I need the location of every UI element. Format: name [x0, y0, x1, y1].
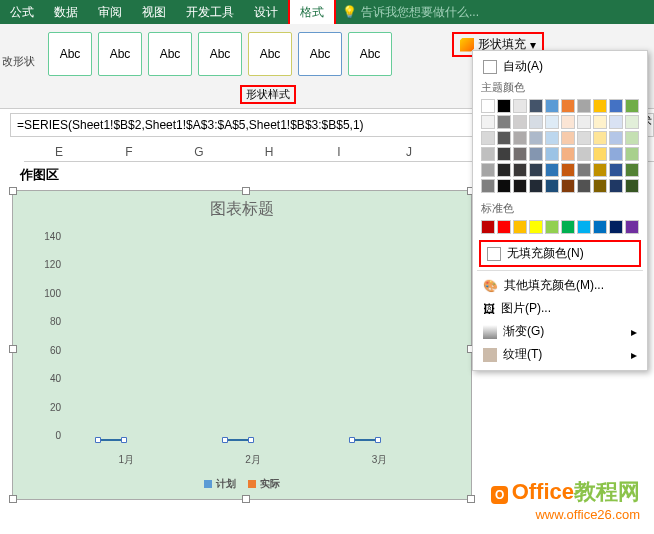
color-swatch[interactable] [577, 163, 591, 177]
col-i[interactable]: I [304, 143, 374, 161]
col-g[interactable]: G [164, 143, 234, 161]
shape-style-7[interactable]: Abc [348, 32, 392, 76]
selection-handle[interactable] [242, 495, 250, 503]
color-swatch[interactable] [625, 131, 639, 145]
color-swatch[interactable] [625, 163, 639, 177]
color-swatch[interactable] [561, 99, 575, 113]
selection-handle[interactable] [9, 345, 17, 353]
bar-计划[interactable] [97, 439, 125, 441]
color-swatch[interactable] [545, 179, 559, 193]
more-colors[interactable]: 🎨 其他填充颜色(M)... [477, 274, 643, 297]
color-swatch[interactable] [497, 220, 511, 234]
color-swatch[interactable] [609, 220, 623, 234]
color-swatch[interactable] [497, 179, 511, 193]
color-swatch[interactable] [513, 179, 527, 193]
plot-area[interactable] [63, 231, 443, 441]
shape-style-5[interactable]: Abc [248, 32, 292, 76]
color-swatch[interactable] [561, 163, 575, 177]
color-swatch[interactable] [481, 131, 495, 145]
color-swatch[interactable] [497, 163, 511, 177]
fill-texture[interactable]: 纹理(T)▸ [477, 343, 643, 366]
color-swatch[interactable] [609, 179, 623, 193]
color-swatch[interactable] [609, 115, 623, 129]
color-swatch[interactable] [545, 163, 559, 177]
col-e[interactable]: E [24, 143, 94, 161]
tab-view[interactable]: 视图 [132, 0, 176, 24]
color-swatch[interactable] [561, 131, 575, 145]
color-swatch[interactable] [609, 163, 623, 177]
color-swatch[interactable] [593, 99, 607, 113]
tab-review[interactable]: 审阅 [88, 0, 132, 24]
tell-me[interactable]: 💡 告诉我您想要做什么... [342, 4, 479, 21]
color-swatch[interactable] [497, 115, 511, 129]
color-swatch[interactable] [481, 163, 495, 177]
fill-picture[interactable]: 🖼 图片(P)... [477, 297, 643, 320]
fill-auto[interactable]: 自动(A) [477, 55, 643, 78]
color-swatch[interactable] [529, 163, 543, 177]
color-swatch[interactable] [529, 220, 543, 234]
color-swatch[interactable] [577, 220, 591, 234]
col-f[interactable]: F [94, 143, 164, 161]
color-swatch[interactable] [545, 147, 559, 161]
color-swatch[interactable] [609, 147, 623, 161]
color-swatch[interactable] [577, 179, 591, 193]
color-swatch[interactable] [577, 147, 591, 161]
color-swatch[interactable] [561, 179, 575, 193]
tab-format[interactable]: 格式 [288, 0, 336, 26]
selection-handle[interactable] [9, 495, 17, 503]
color-swatch[interactable] [529, 179, 543, 193]
color-swatch[interactable] [545, 115, 559, 129]
color-swatch[interactable] [481, 115, 495, 129]
no-fill[interactable]: 无填充颜色(N) [479, 240, 641, 267]
tab-formulas[interactable]: 公式 [0, 0, 44, 24]
shape-style-4[interactable]: Abc [198, 32, 242, 76]
color-swatch[interactable] [609, 99, 623, 113]
color-swatch[interactable] [609, 131, 623, 145]
color-swatch[interactable] [625, 220, 639, 234]
color-swatch[interactable] [545, 131, 559, 145]
color-swatch[interactable] [577, 131, 591, 145]
color-swatch[interactable] [481, 220, 495, 234]
color-swatch[interactable] [577, 115, 591, 129]
color-swatch[interactable] [513, 163, 527, 177]
color-swatch[interactable] [497, 131, 511, 145]
color-swatch[interactable] [593, 163, 607, 177]
selection-handle[interactable] [467, 495, 475, 503]
color-swatch[interactable] [625, 179, 639, 193]
bar-计划[interactable] [351, 439, 379, 441]
color-swatch[interactable] [625, 99, 639, 113]
chart[interactable]: 图表标题 140120 10080 6040 200 1月 2月 3月 计划 实… [12, 190, 472, 500]
chart-title[interactable]: 图表标题 [13, 191, 471, 220]
color-swatch[interactable] [529, 99, 543, 113]
color-swatch[interactable] [529, 147, 543, 161]
col-h[interactable]: H [234, 143, 304, 161]
color-swatch[interactable] [593, 220, 607, 234]
fill-gradient[interactable]: 渐变(G)▸ [477, 320, 643, 343]
color-swatch[interactable] [481, 99, 495, 113]
color-swatch[interactable] [593, 179, 607, 193]
color-swatch[interactable] [513, 220, 527, 234]
color-swatch[interactable] [481, 147, 495, 161]
color-swatch[interactable] [593, 115, 607, 129]
selection-handle[interactable] [242, 187, 250, 195]
color-swatch[interactable] [513, 147, 527, 161]
shape-style-1[interactable]: Abc [48, 32, 92, 76]
color-swatch[interactable] [529, 115, 543, 129]
color-swatch[interactable] [545, 220, 559, 234]
bar-计划[interactable] [224, 439, 252, 441]
shape-style-2[interactable]: Abc [98, 32, 142, 76]
color-swatch[interactable] [497, 99, 511, 113]
legend[interactable]: 计划 实际 [13, 477, 471, 491]
color-swatch[interactable] [577, 99, 591, 113]
color-swatch[interactable] [561, 220, 575, 234]
color-swatch[interactable] [545, 99, 559, 113]
shape-style-6[interactable]: Abc [298, 32, 342, 76]
color-swatch[interactable] [529, 131, 543, 145]
shape-style-3[interactable]: Abc [148, 32, 192, 76]
color-swatch[interactable] [513, 131, 527, 145]
color-swatch[interactable] [497, 147, 511, 161]
color-swatch[interactable] [481, 179, 495, 193]
tab-design[interactable]: 设计 [244, 0, 288, 24]
edit-shape-button[interactable]: 改形状 [2, 54, 35, 69]
color-swatch[interactable] [593, 147, 607, 161]
